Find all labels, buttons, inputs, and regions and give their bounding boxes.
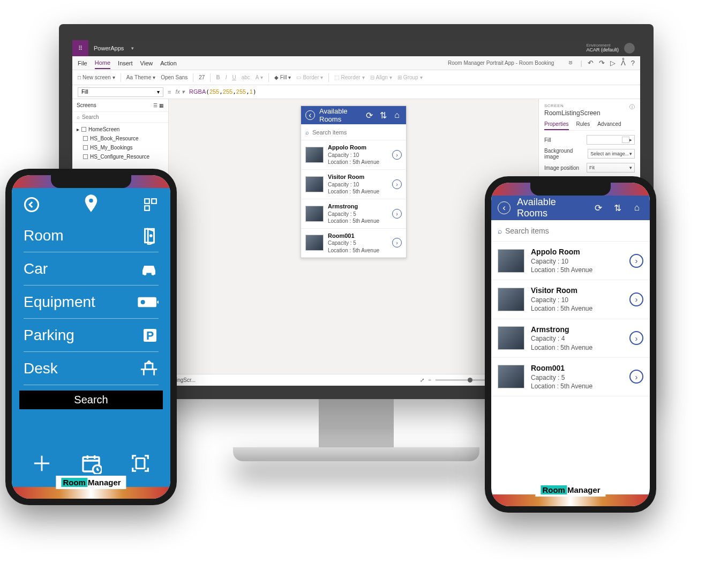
- italic-button[interactable]: I: [226, 74, 227, 80]
- refresh-icon[interactable]: ⟳: [364, 110, 374, 120]
- tab-properties[interactable]: Properties: [544, 121, 569, 130]
- tree-item[interactable]: HS_Book_Resource: [72, 134, 168, 143]
- breadcrumb[interactable]: ingScr...: [174, 377, 196, 383]
- strike-button[interactable]: abc: [242, 74, 250, 80]
- search-input[interactable]: [505, 227, 643, 235]
- environment-picker[interactable]: Environment ACAR (default): [586, 43, 624, 54]
- room-thumbnail: [305, 235, 324, 251]
- search-input[interactable]: [312, 129, 402, 136]
- add-icon[interactable]: [30, 452, 54, 475]
- tree-item[interactable]: HS_Configure_Resource: [72, 152, 168, 161]
- menu-item-equipment[interactable]: Equipment: [24, 286, 159, 319]
- fill-button[interactable]: ◆ Fill ▾: [274, 74, 291, 80]
- bold-button[interactable]: B: [216, 74, 220, 80]
- align-button[interactable]: ⊟ Align ▾: [370, 74, 392, 80]
- share-icon[interactable]: ᐰ: [621, 59, 626, 67]
- search-button[interactable]: Search: [19, 391, 163, 409]
- sort-icon[interactable]: ⇅: [378, 110, 388, 120]
- app-checker-icon[interactable]: ఠ: [568, 59, 575, 67]
- location-pin-icon[interactable]: [82, 196, 100, 214]
- chevron-right-icon[interactable]: ›: [392, 150, 402, 160]
- room-list-item[interactable]: Visitor RoomCapacity : 10Location : 5th …: [491, 280, 650, 319]
- design-canvas[interactable]: ‹ Available Rooms ⟳ ⇅ ⌂ ⌕ Appolo RoomCap…: [169, 99, 538, 386]
- equipment-icon: [137, 295, 159, 310]
- help-icon[interactable]: ?: [631, 59, 635, 67]
- info-icon[interactable]: ⓘ: [629, 103, 635, 121]
- chevron-right-icon[interactable]: ›: [629, 254, 643, 268]
- property-selector[interactable]: Fill▾: [78, 87, 163, 97]
- theme-button[interactable]: Aa Theme ▾: [126, 74, 155, 80]
- img-pos-select[interactable]: Fit ▾: [587, 163, 635, 172]
- home-icon[interactable]: ⌂: [631, 201, 643, 214]
- new-screen-button[interactable]: □ New screen ▾: [78, 74, 115, 80]
- home-icon[interactable]: ⌂: [392, 110, 402, 120]
- fit-icon[interactable]: ⤢: [420, 377, 424, 383]
- chevron-right-icon[interactable]: ›: [392, 238, 402, 247]
- group-button[interactable]: ⊞ Group ▾: [397, 74, 423, 80]
- tree-view-icons[interactable]: ☰ ▦: [153, 103, 164, 108]
- formula-input[interactable]: RGBA(255,255,255,1): [189, 88, 257, 95]
- underline-button[interactable]: U: [232, 74, 236, 80]
- search-bar[interactable]: ⌕: [491, 220, 650, 242]
- room-list-item[interactable]: Visitor RoomCapacity : 10Location : 5th …: [301, 170, 406, 199]
- tree-root[interactable]: ▸ HomeScreen: [72, 125, 168, 134]
- border-button[interactable]: ▭ Border ▾: [296, 74, 323, 80]
- room-list-item[interactable]: Room001Capacity : 5Location : 5th Avenue…: [301, 229, 406, 258]
- menu-item-car[interactable]: Car: [24, 252, 159, 286]
- user-avatar[interactable]: [624, 43, 635, 54]
- refresh-icon[interactable]: ⟳: [592, 201, 605, 214]
- tab-rules[interactable]: Rules: [576, 121, 590, 130]
- redo-icon[interactable]: ↷: [599, 59, 605, 67]
- search-bar[interactable]: ⌕: [301, 124, 406, 140]
- sort-icon[interactable]: ⇅: [611, 201, 624, 214]
- fill-control[interactable]: ▸: [587, 135, 635, 145]
- menu-item-desk[interactable]: Desk: [24, 352, 159, 385]
- tree-search[interactable]: ⌕: [72, 112, 168, 123]
- font-select[interactable]: Open Sans: [161, 74, 187, 80]
- menu-view[interactable]: View: [140, 58, 153, 69]
- menu-home[interactable]: Home: [95, 57, 110, 69]
- menu-topbar: [12, 188, 170, 219]
- calendar-icon[interactable]: [79, 452, 103, 475]
- room-list-item[interactable]: ArmstrongCapacity : 4Location : 5th Aven…: [491, 319, 650, 358]
- tree-header: Screens ☰ ▦: [72, 99, 168, 112]
- menu-item-room[interactable]: Room: [24, 219, 159, 252]
- chevron-right-icon[interactable]: ›: [629, 370, 643, 384]
- play-icon[interactable]: ▷: [610, 59, 616, 67]
- tree-search-input[interactable]: [82, 114, 164, 120]
- chevron-right-icon[interactable]: ›: [629, 292, 643, 306]
- grid-icon[interactable]: [141, 196, 160, 214]
- menu-file[interactable]: File: [78, 58, 87, 69]
- room-thumbnail: [498, 288, 524, 311]
- canvas-app-preview[interactable]: ‹ Available Rooms ⟳ ⇅ ⌂ ⌕ Appolo RoomCap…: [301, 106, 407, 258]
- menu-item-label: Equipment: [24, 294, 95, 311]
- room-list-item[interactable]: Room001Capacity : 5Location : 5th Avenue…: [491, 358, 650, 396]
- room-list-item[interactable]: ArmstrongCapacity : 5Location : 5th Aven…: [301, 199, 406, 229]
- menu-item-parking[interactable]: ParkingP: [24, 319, 159, 352]
- room-thumbnail: [498, 365, 524, 388]
- reorder-button[interactable]: ⬚ Reorder ▾: [334, 74, 364, 80]
- menu-action[interactable]: Action: [160, 58, 177, 69]
- undo-icon[interactable]: ↶: [588, 59, 594, 67]
- back-icon[interactable]: ‹: [305, 110, 315, 120]
- font-size[interactable]: 27: [199, 74, 205, 80]
- screen-name: RoomListingScreen: [544, 109, 601, 117]
- waffle-icon[interactable]: ⠿: [72, 40, 88, 56]
- back-icon[interactable]: [22, 196, 41, 214]
- chevron-right-icon[interactable]: ›: [392, 179, 402, 189]
- formula-bar: Fill▾ = fx ▾ RGBA(255,255,255,1): [72, 85, 640, 99]
- bg-image-select[interactable]: Select an image... ▾: [588, 149, 635, 159]
- back-icon[interactable]: ‹: [498, 201, 511, 214]
- tree-item[interactable]: HS_My_Bookings: [72, 143, 168, 152]
- room-list-item[interactable]: Appolo RoomCapacity : 10Location : 5th A…: [301, 140, 406, 170]
- font-color-button[interactable]: A ▾: [256, 74, 263, 80]
- chevron-right-icon[interactable]: ›: [629, 331, 643, 345]
- chevron-down-icon[interactable]: ▾: [131, 46, 134, 51]
- menu-insert[interactable]: Insert: [118, 58, 133, 69]
- tab-advanced[interactable]: Advanced: [597, 121, 621, 130]
- zoom-out[interactable]: −: [429, 377, 432, 383]
- chevron-right-icon[interactable]: ›: [392, 209, 402, 219]
- room-list-item[interactable]: Appolo RoomCapacity : 10Location : 5th A…: [491, 242, 650, 280]
- scan-icon[interactable]: [129, 452, 152, 475]
- app-header: ‹ Available Rooms ⟳ ⇅ ⌂: [491, 196, 650, 220]
